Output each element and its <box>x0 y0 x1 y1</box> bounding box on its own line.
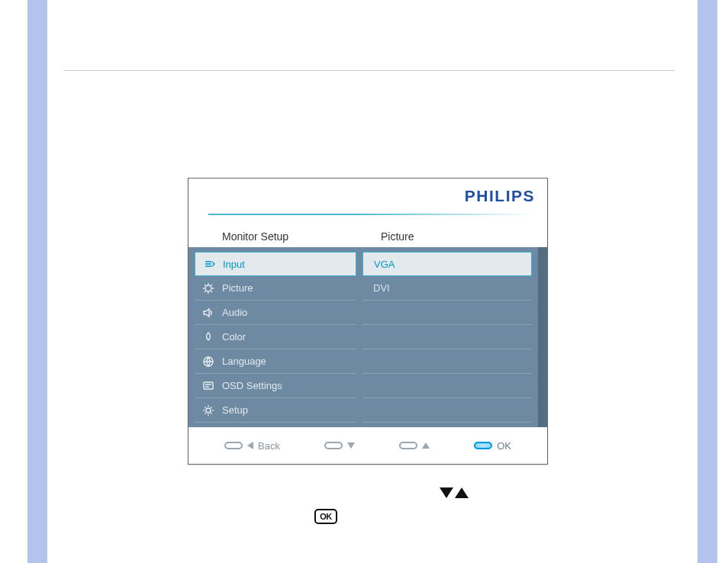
language-icon <box>202 355 214 368</box>
menu-item-picture[interactable]: Picture <box>195 276 356 301</box>
triangle-down-icon <box>440 487 453 498</box>
submenu-placeholder <box>362 349 532 374</box>
up-button[interactable] <box>399 442 430 449</box>
submenu-item-label: VGA <box>374 259 395 270</box>
column-header-right: Picture <box>362 230 547 243</box>
menu-column: Input Picture Audio <box>188 247 362 427</box>
submenu-placeholder <box>362 301 532 325</box>
pill-icon <box>474 442 492 449</box>
svg-point-0 <box>205 285 211 291</box>
triangle-up-icon <box>455 487 469 498</box>
ok-button[interactable]: OK <box>474 440 511 452</box>
submenu-placeholder <box>362 398 532 423</box>
osd-icon <box>202 380 214 392</box>
menu-item-language[interactable]: Language <box>195 349 356 374</box>
osd-body: Input Picture Audio <box>188 247 547 427</box>
menu-item-label: OSD Settings <box>222 380 282 391</box>
triangle-up-icon <box>422 442 430 449</box>
submenu-placeholder <box>362 325 532 349</box>
audio-icon <box>202 307 214 319</box>
submenu-item-label: DVI <box>373 282 390 294</box>
picture-icon <box>202 282 214 294</box>
menu-item-audio[interactable]: Audio <box>195 301 356 325</box>
triangle-down-icon <box>347 442 355 449</box>
pill-icon <box>324 442 343 449</box>
horizontal-rule <box>64 70 675 71</box>
setup-icon <box>202 404 214 417</box>
osd-column-headers: Monitor Setup Picture <box>188 215 547 247</box>
menu-item-label: Input <box>223 259 245 270</box>
menu-item-input[interactable]: Input <box>195 252 356 276</box>
submenu-placeholder <box>362 374 532 398</box>
menu-item-color[interactable]: Color <box>195 325 356 349</box>
left-sidebar-stripe <box>27 0 47 563</box>
back-button[interactable]: Back <box>224 440 280 452</box>
brand-bar: PHILIPS <box>188 179 547 214</box>
submenu-column: VGA DVI <box>362 247 547 427</box>
pill-icon <box>399 442 417 449</box>
pill-icon <box>224 442 243 449</box>
osd-panel: PHILIPS Monitor Setup Picture Input <box>188 178 548 465</box>
submenu-item-vga[interactable]: VGA <box>362 252 532 276</box>
menu-item-setup[interactable]: Setup <box>195 398 356 423</box>
menu-item-label: Setup <box>222 404 248 416</box>
down-button[interactable] <box>324 442 355 449</box>
svg-rect-2 <box>204 382 213 389</box>
column-header-left: Monitor Setup <box>188 230 362 243</box>
triangle-left-icon <box>247 442 253 449</box>
menu-item-label: Audio <box>222 307 247 318</box>
ok-badge-icon: OK <box>314 509 337 524</box>
menu-item-label: Language <box>222 355 266 367</box>
ok-badge-label: OK <box>320 512 332 521</box>
input-icon <box>203 258 215 270</box>
menu-item-label: Picture <box>222 282 253 294</box>
submenu-item-dvi[interactable]: DVI <box>362 276 532 301</box>
color-icon <box>202 331 214 343</box>
right-sidebar-stripe <box>697 0 717 563</box>
svg-point-3 <box>206 408 211 413</box>
back-label: Back <box>258 440 280 452</box>
menu-item-osd-settings[interactable]: OSD Settings <box>195 374 356 398</box>
menu-item-label: Color <box>222 331 246 343</box>
ok-label: OK <box>497 440 511 452</box>
brand-logo-text: PHILIPS <box>465 187 535 205</box>
osd-footer: Back OK <box>188 427 547 464</box>
nav-arrows-instruction <box>440 487 469 498</box>
